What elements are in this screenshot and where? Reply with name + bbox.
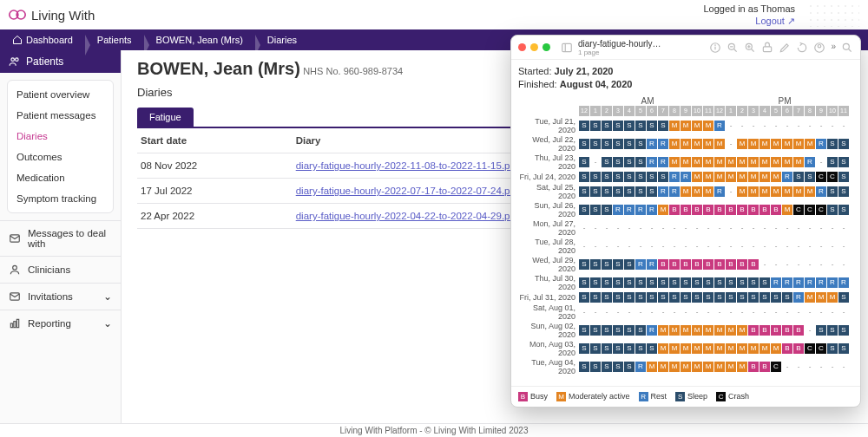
search-icon[interactable] — [841, 42, 853, 54]
activity-cell: C — [805, 343, 815, 354]
activity-cell: - — [805, 121, 815, 131]
tab-fatigue[interactable]: Fatigue — [137, 108, 194, 127]
activity-cell: M — [760, 172, 770, 182]
activity-cell: - — [681, 241, 691, 251]
activity-cell: M — [692, 362, 702, 372]
zoom-in-icon[interactable] — [744, 42, 756, 54]
activity-cell: B — [692, 259, 702, 270]
crumb-patients[interactable]: Patients — [85, 35, 144, 45]
activity-cell: - — [782, 362, 792, 372]
activity-cell: S — [613, 325, 623, 336]
zoom-out-icon[interactable] — [727, 42, 739, 54]
activity-cell: S — [602, 172, 612, 182]
activity-cell: B — [771, 205, 781, 215]
logout-link[interactable]: Logout ↗ — [755, 16, 795, 26]
activity-cell: S — [579, 172, 589, 182]
cell-date: 08 Nov 2022 — [137, 153, 293, 179]
activity-cell: S — [602, 259, 612, 270]
crumb-dashboard[interactable]: Dashboard — [0, 35, 85, 45]
sidebar-item-diaries[interactable]: Diaries — [8, 126, 113, 147]
share-icon[interactable] — [761, 42, 773, 54]
activity-cell: S — [613, 292, 623, 303]
crumb-patient[interactable]: BOWEN, Jean (Mrs) — [144, 35, 255, 45]
activity-cell: M — [793, 157, 804, 167]
sidebar-item-medication[interactable]: Medication — [8, 167, 113, 188]
nav-reporting[interactable]: Reporting⌄ — [0, 310, 121, 336]
svg-rect-22 — [764, 46, 772, 51]
nav-invitations[interactable]: Invitations⌄ — [0, 283, 121, 310]
markup-icon[interactable] — [813, 42, 825, 54]
sidebar-item-outcomes[interactable]: Outcomes — [8, 147, 113, 167]
sidebar-toggle-icon[interactable] — [561, 42, 573, 54]
more-icon[interactable]: » — [831, 42, 836, 54]
grid-row: Sat, Jul 25, 2020SSSSSSSRRMMMR-MMMMMMMRS… — [518, 183, 853, 200]
activity-cell: S — [624, 259, 635, 270]
info-icon[interactable] — [709, 42, 721, 54]
activity-cell: S — [590, 139, 601, 149]
activity-cell: - — [793, 121, 804, 131]
activity-cell: - — [748, 241, 759, 251]
activity-cell: - — [771, 259, 781, 270]
activity-cell: M — [681, 362, 691, 372]
activity-cell: - — [827, 241, 838, 251]
day-label: Sat, Jul 25, 2020 — [518, 183, 579, 200]
activity-cell: R — [669, 172, 680, 182]
diary-link[interactable]: diary-fatigue-hourly-2022-11-08-to-2022-… — [296, 160, 518, 171]
nav-clinicians[interactable]: Clinicians — [0, 256, 121, 283]
activity-cell: S — [613, 362, 623, 372]
sidebar-item-symptom-tracking[interactable]: Symptom tracking — [8, 188, 113, 209]
edit-icon[interactable] — [779, 42, 791, 54]
activity-cell: M — [714, 362, 725, 372]
activity-cell: M — [681, 343, 691, 354]
hour-header-cell: 10 — [827, 106, 838, 116]
activity-cell: - — [793, 307, 804, 317]
activity-cell: M — [726, 172, 736, 182]
activity-cell: - — [782, 307, 792, 317]
activity-cell: M — [737, 139, 747, 149]
brand-logo[interactable]: Living With — [9, 8, 95, 23]
activity-cell: M — [760, 186, 770, 197]
activity-cell: - — [838, 223, 849, 233]
window-controls[interactable] — [518, 43, 550, 51]
nav-icon — [9, 232, 21, 245]
rotate-icon[interactable] — [796, 42, 808, 54]
activity-cell: S — [590, 292, 601, 303]
activity-cell: M — [681, 325, 691, 336]
maximize-icon[interactable] — [542, 43, 550, 51]
activity-cell: S — [647, 343, 657, 354]
hour-header-cell: 4 — [760, 106, 770, 116]
activity-cell: S — [703, 292, 713, 303]
activity-cell: R — [658, 186, 668, 197]
sidebar-item-patient-overview[interactable]: Patient overview — [8, 84, 113, 105]
grid-row: Sun, Jul 26, 2020SSSRRRRMBBBBBBBBBBMCCCS… — [518, 201, 853, 218]
activity-cell: - — [726, 139, 736, 149]
legend-item: SSleep — [675, 392, 707, 401]
activity-cell: S — [590, 325, 601, 336]
grid-row: Sat, Aug 01, 2020-----------------------… — [518, 303, 853, 321]
activity-cell: M — [771, 157, 781, 167]
activity-cell: - — [624, 223, 635, 233]
close-icon[interactable] — [518, 43, 526, 51]
am-label: AM — [579, 96, 716, 106]
minimize-icon[interactable] — [530, 43, 538, 51]
activity-cell: B — [748, 362, 759, 372]
activity-cell: R — [805, 277, 815, 288]
crumb-diaries[interactable]: Diaries — [255, 35, 309, 45]
activity-cell: - — [624, 307, 635, 317]
activity-cell: - — [838, 259, 849, 270]
diary-link[interactable]: diary-fatigue-hourly-2022-07-17-to-2022-… — [296, 186, 518, 196]
activity-cell: - — [714, 307, 725, 317]
grid-row: Tue, Jul 28, 2020-----------------------… — [518, 238, 853, 255]
activity-cell: - — [805, 307, 815, 317]
activity-cell: - — [805, 325, 815, 336]
activity-cell: B — [737, 205, 747, 215]
activity-cell: - — [748, 223, 759, 233]
activity-cell: M — [737, 325, 747, 336]
diary-link[interactable]: diary-fatigue-hourly-2022-04-22-to-2022-… — [296, 211, 518, 221]
activity-cell: C — [805, 205, 815, 215]
nav-messages-to-deal-with[interactable]: Messages to deal with — [0, 220, 121, 256]
activity-cell: S — [602, 343, 612, 354]
activity-cell: - — [579, 307, 589, 317]
sidebar-item-patient-messages[interactable]: Patient messages — [8, 105, 113, 126]
brand-icon — [9, 9, 26, 21]
